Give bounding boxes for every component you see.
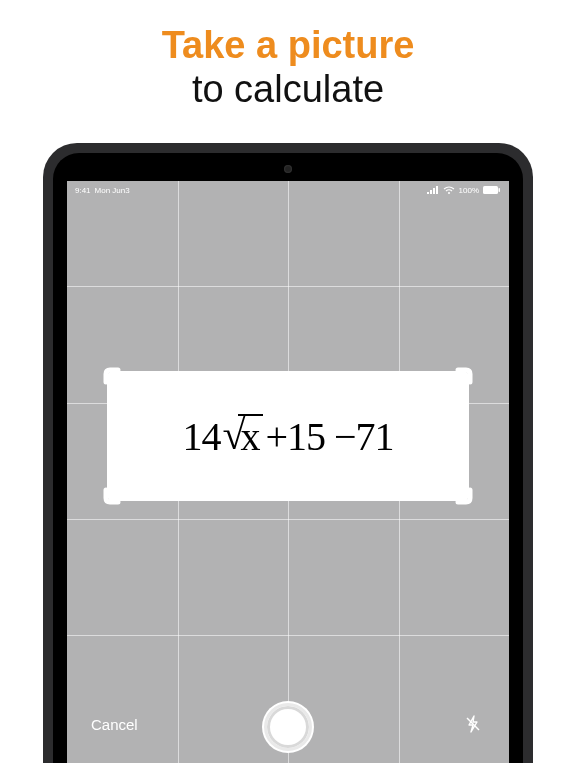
headline-line-2: to calculate xyxy=(0,68,576,112)
camera-viewfinder[interactable]: 9:41 Mon Jun3 100% xyxy=(67,181,509,763)
tablet-bezel: 9:41 Mon Jun3 100% xyxy=(53,153,523,763)
svg-rect-5 xyxy=(483,186,498,194)
battery-percent: 100% xyxy=(459,186,479,195)
wifi-icon xyxy=(443,186,455,194)
captured-math-expression: 14 √ x +15 −71 xyxy=(107,371,469,501)
svg-rect-2 xyxy=(433,188,435,194)
svg-rect-6 xyxy=(499,188,501,192)
headline-line-1: Take a picture xyxy=(0,24,576,68)
camera-toolbar: Cancel xyxy=(67,691,509,763)
status-time: 9:41 xyxy=(75,186,91,195)
tablet-frame: 9:41 Mon Jun3 100% xyxy=(43,143,533,763)
capture-region[interactable]: 14 √ x +15 −71 xyxy=(107,371,469,501)
math-coeff: 14 xyxy=(182,413,220,460)
flash-off-button[interactable] xyxy=(461,712,485,736)
sqrt-icon: √ x xyxy=(222,414,263,458)
battery-icon xyxy=(483,186,501,194)
promo-headline: Take a picture to calculate xyxy=(0,0,576,143)
svg-rect-1 xyxy=(430,190,432,194)
svg-rect-3 xyxy=(436,186,438,194)
svg-rect-0 xyxy=(427,192,429,194)
cancel-button[interactable]: Cancel xyxy=(91,716,138,733)
status-bar: 9:41 Mon Jun3 100% xyxy=(67,181,509,199)
svg-point-4 xyxy=(448,192,450,194)
status-date: Mon Jun3 xyxy=(95,186,130,195)
math-rest: +15 −71 xyxy=(265,413,393,460)
shutter-button[interactable] xyxy=(264,703,312,751)
flash-off-icon xyxy=(463,714,483,734)
cell-signal-icon xyxy=(427,186,439,194)
front-camera-icon xyxy=(284,165,292,173)
math-radicand: x xyxy=(238,414,263,458)
